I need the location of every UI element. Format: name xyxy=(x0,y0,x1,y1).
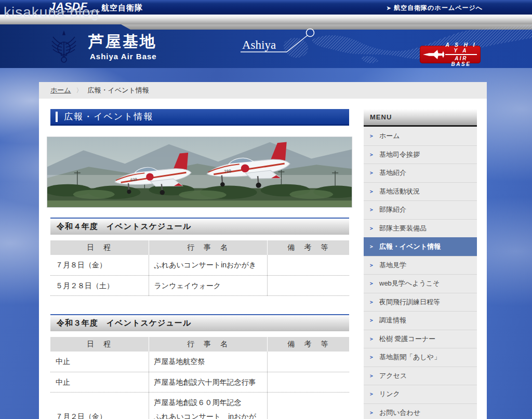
menu-item-label: ホーム xyxy=(379,131,400,141)
chevron-right-icon: ＞ xyxy=(369,354,374,361)
section-heading: 令和３年度 イベントスケジュール xyxy=(50,314,349,331)
event-date: 中止 xyxy=(50,372,149,393)
chevron-right-icon: ＞ xyxy=(369,206,374,213)
breadcrumb: ホーム 〉 広報・イベント情報 xyxy=(39,82,487,99)
breadcrumb-separator: 〉 xyxy=(76,86,83,95)
menu-item-label: web見学へようこそ xyxy=(379,279,440,288)
event-name: 芦屋基地航空祭 xyxy=(149,352,267,372)
menu-item-label: お問い合わせ xyxy=(379,408,420,417)
breadcrumb-current: 広報・イベント情報 xyxy=(88,86,149,95)
content-panel: ホーム 〉 広報・イベント情報 広報・イベント情報 xyxy=(39,82,487,419)
event-note xyxy=(267,393,349,419)
table-row: 中止芦屋基地創設六十周年記念行事 xyxy=(50,372,349,393)
event-date: ５月２８日（土） xyxy=(50,275,149,296)
jasdf-homepage-link[interactable]: ➤航空自衛隊のホームページへ xyxy=(387,4,483,12)
base-header-banner: 芦屋基地 Ashiya Air Base Ashiya A S H I Y A … xyxy=(0,24,532,68)
menu-item-label: 広報・イベント情報 xyxy=(379,242,441,251)
title-tick xyxy=(56,112,58,122)
menu-item-基地見学[interactable]: ＞基地見学 xyxy=(364,256,477,275)
menu-item-label: 基地新聞「あしや」 xyxy=(379,353,441,362)
menu-item-部隊主要装備品[interactable]: ＞部隊主要装備品 xyxy=(364,219,477,238)
chevron-right-icon: ＞ xyxy=(369,243,374,250)
menu-item-web見学へようこそ[interactable]: ＞web見学へようこそ xyxy=(364,274,477,293)
chevron-right-icon: ＞ xyxy=(369,390,374,398)
chevron-right-icon: ＞ xyxy=(369,280,374,287)
menu-item-基地司令挨拶[interactable]: ＞基地司令挨拶 xyxy=(364,145,477,164)
section-heading: 令和４年度 イベントスケジュール xyxy=(50,218,349,235)
menu-item-部隊紹介[interactable]: ＞部隊紹介 xyxy=(364,200,477,219)
menu-item-基地新聞「あしや」[interactable]: ＞基地新聞「あしや」 xyxy=(364,348,477,367)
menu-item-label: 部隊主要装備品 xyxy=(379,224,427,233)
arrow-icon: ➤ xyxy=(387,5,391,11)
top-bar: JASDF Japan Air Self-Defense Force 航空自衛隊… xyxy=(0,0,532,15)
column-header: 行 事 名 xyxy=(149,240,267,255)
event-note xyxy=(267,372,349,393)
jasdf-logo-subtitle: Japan Air Self-Defense Force xyxy=(49,10,100,13)
jet-left-number: 639 xyxy=(130,177,137,182)
ashiya-air-base-badge[interactable]: A S H I Y A AIR BASE xyxy=(420,46,481,63)
column-header: 備 考 等 xyxy=(267,337,349,352)
table-row: 中止芦屋基地航空祭 xyxy=(50,352,349,372)
column-header: 日 程 xyxy=(50,240,149,255)
jets-takeoff-photo: 639 788 xyxy=(47,137,352,208)
event-date: ７月８日（金） xyxy=(50,255,149,275)
menu-item-label: リンク xyxy=(379,389,400,399)
menu-item-調達情報[interactable]: ＞調達情報 xyxy=(364,311,477,330)
breadcrumb-home-link[interactable]: ホーム xyxy=(50,86,71,95)
jet-icon xyxy=(422,49,445,60)
jasdf-homepage-link-label: 航空自衛隊のホームページへ xyxy=(394,4,483,11)
menu-header: MENU xyxy=(364,109,477,127)
event-date: 中止 xyxy=(50,352,149,372)
japan-map-graphic: Ashiya xyxy=(229,24,532,68)
menu-item-夜間飛行訓練日程等[interactable]: ＞夜間飛行訓練日程等 xyxy=(364,293,477,312)
event-date: ７月２日（金） xyxy=(50,393,149,419)
menu-item-基地活動状況[interactable]: ＞基地活動状況 xyxy=(364,182,477,201)
column-header: 備 考 等 xyxy=(267,240,349,255)
menu-item-label: 基地見学 xyxy=(379,261,406,270)
menu-item-ホーム[interactable]: ＞ホーム xyxy=(364,127,477,145)
jet-right-number: 788 xyxy=(224,169,232,174)
table-row: ５月２８日（土）ランウェイウォーク xyxy=(50,275,349,296)
event-note xyxy=(267,275,349,296)
page-title: 広報・イベント情報 xyxy=(64,111,154,123)
menu-item-お問い合わせ[interactable]: ＞お問い合わせ xyxy=(364,403,477,419)
map-ashiya-label: Ashiya xyxy=(242,38,276,51)
event-note xyxy=(267,255,349,275)
event-table: 日 程行 事 名備 考 等中止芦屋基地航空祭中止芦屋基地創設六十周年記念行事７月… xyxy=(50,337,349,419)
menu-item-label: 基地活動状況 xyxy=(379,187,420,196)
page-title-bar: 広報・イベント情報 xyxy=(50,109,349,126)
silver-divider-bar xyxy=(0,15,532,24)
chevron-right-icon: ＞ xyxy=(369,299,374,306)
column-header: 日 程 xyxy=(50,337,149,352)
column-header: 行 事 名 xyxy=(149,337,267,352)
menu-item-基地紹介[interactable]: ＞基地紹介 xyxy=(364,164,477,182)
menu-item-label: 基地司令挨拶 xyxy=(379,150,420,159)
chevron-right-icon: ＞ xyxy=(369,372,374,380)
menu-item-label: アクセス xyxy=(379,371,407,381)
chevron-right-icon: ＞ xyxy=(369,169,374,177)
menu-item-リンク[interactable]: ＞リンク xyxy=(364,385,477,403)
event-name: ランウェイウォーク xyxy=(149,275,267,296)
event-name: 芦屋基地創設６０周年記念ふれあいコンサート inおかがき xyxy=(149,393,267,419)
menu-item-アクセス[interactable]: ＞アクセス xyxy=(364,367,477,385)
chevron-right-icon: ＞ xyxy=(369,262,374,269)
jasdf-kanji-label: 航空自衛隊 xyxy=(101,3,143,13)
table-row: ７月２日（金）芦屋基地創設６０周年記念ふれあいコンサート inおかがき xyxy=(50,393,349,419)
menu-item-label: 夜間飛行訓練日程等 xyxy=(379,298,440,307)
badge-line2: AIR BASE xyxy=(445,55,477,67)
menu-item-広報・イベント情報[interactable]: ＞広報・イベント情報 xyxy=(364,237,477,256)
menu-item-松樹 愛護コーナー[interactable]: ＞松樹 愛護コーナー xyxy=(364,330,477,348)
table-row: ７月８日（金）ふれあいコンサートinおかがき xyxy=(50,255,349,275)
chevron-right-icon: ＞ xyxy=(369,225,374,232)
menu-item-label: 部隊紹介 xyxy=(379,205,406,214)
base-name: 芦屋基地 xyxy=(88,31,157,52)
event-name: ふれあいコンサートinおかがき xyxy=(149,255,267,275)
chevron-right-icon: ＞ xyxy=(369,335,374,343)
badge-line1: A S H I Y A xyxy=(445,42,477,55)
event-note xyxy=(267,352,349,372)
event-sections: 令和４年度 イベントスケジュール日 程行 事 名備 考 等７月８日（金）ふれあい… xyxy=(50,218,349,419)
jasdf-logo[interactable]: JASDF Japan Air Self-Defense Force xyxy=(49,1,100,13)
chevron-right-icon: ＞ xyxy=(369,188,374,195)
menu-item-label: 基地紹介 xyxy=(379,168,406,178)
chevron-right-icon: ＞ xyxy=(369,317,374,324)
